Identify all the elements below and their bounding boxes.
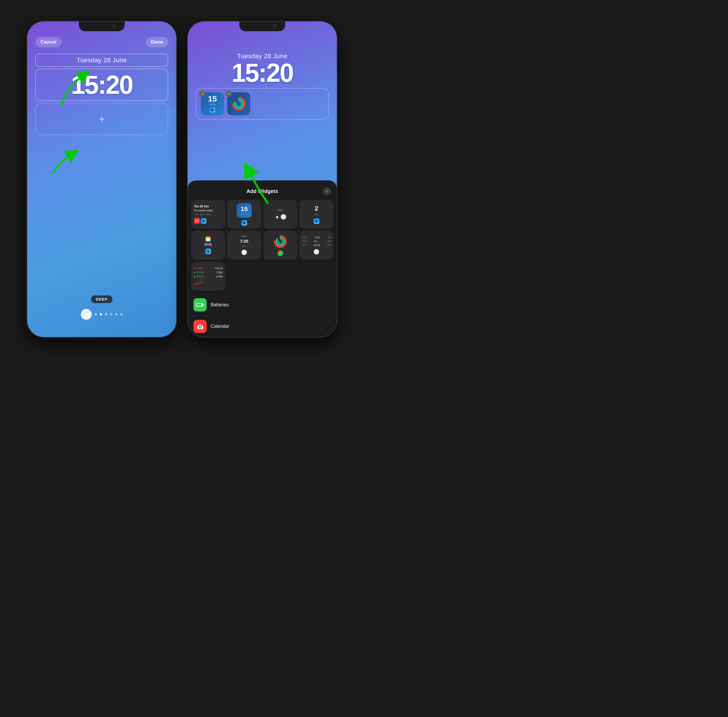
syd-time: 12:20	[314, 244, 320, 247]
cancel-button[interactable]: Cancel	[35, 37, 62, 47]
right-date-label: Tuesday 28 June	[188, 37, 337, 60]
clock-row-syd: SYD 12:20 +9H	[302, 244, 331, 247]
clock-num: 15	[208, 95, 217, 103]
batteries-label: Batteries	[211, 302, 229, 307]
done-button[interactable]: Done	[146, 37, 169, 47]
weather-small: 🌤	[241, 220, 247, 226]
stock-chart	[193, 281, 202, 286]
arrow-to-date	[56, 66, 102, 112]
sunrise-time: 22:01	[204, 243, 212, 246]
activity-widget-container: −	[227, 92, 250, 115]
notch-r	[239, 21, 285, 31]
weather-app-icon-2: 🌤	[201, 218, 206, 224]
left-lock-screen: Cancel Done Tuesday 28 June 15:20 +	[27, 21, 176, 337]
left-screen: Cancel Done Tuesday 28 June 15:20 +	[27, 21, 176, 337]
calendar-label: Calendar	[211, 324, 229, 329]
ftse-row: ▲^FTSE 7,351	[193, 270, 223, 275]
clock-app-icons: 🌤	[210, 107, 215, 113]
close-panel-button[interactable]: ×	[323, 187, 331, 195]
camera	[113, 24, 116, 28]
cup-offset: -8H	[327, 236, 331, 240]
worldclock-cup-widget[interactable]: CUP 7:20 am 🕖	[227, 231, 261, 259]
ftse-price: 7,351	[216, 270, 223, 275]
clock-icon-multi: 🕐	[314, 249, 319, 255]
syd-offset: +9H	[327, 244, 331, 247]
clock-num-display: 15	[241, 205, 248, 213]
dot-4	[110, 313, 112, 316]
wallpaper-name: DEEP	[91, 295, 112, 303]
svg-rect-10	[203, 304, 204, 306]
svg-rect-11	[196, 304, 201, 306]
svg-point-4	[236, 101, 242, 107]
cup-time-2: 7:20	[314, 236, 320, 240]
cup-city: CUP	[302, 236, 307, 240]
stocks-rows: ▼ AAPL 141.42 ▲^FTSE 7,351 ▲^FTAS 4,050	[193, 266, 223, 279]
date-widget[interactable]: Tuesday 28 June	[35, 53, 168, 67]
calendar-date: Tue 28 Jun	[194, 205, 209, 208]
cup-icons: 🕖	[241, 250, 247, 255]
sunrise-widget-card[interactable]: 🌅 22:01 🌤	[191, 231, 225, 259]
tok-time: 11:...	[314, 240, 320, 244]
svg-point-8	[278, 239, 283, 244]
activity-rings-widget-card[interactable]: 🏃	[263, 231, 297, 259]
activity-rings-icon	[231, 96, 247, 111]
clock-widget-container: − 15 10 16 🌤	[201, 92, 224, 115]
right-screen: Tuesday 28 June 15:20 − 15 10 16 🌤	[188, 21, 337, 337]
calendar-list-item[interactable]: 📅 Calendar	[188, 316, 337, 337]
clock-num-widget-card[interactable]: 15 10 16 🌤	[227, 200, 261, 229]
calendar-widget-card[interactable]: Tue 28 Jun No events today Your day is c…	[191, 200, 225, 229]
calendar-app-icons-row: 28 🌤	[194, 218, 206, 224]
alarm-label: OFF	[278, 209, 283, 212]
panel-title: Add Widgets	[201, 188, 323, 194]
tok-offset: +8H	[327, 240, 331, 244]
batteries-icon	[193, 298, 207, 311]
worldclock-multi-widget[interactable]: CUP 7:20 -8H TOK 11:... +8H SYD	[300, 231, 334, 259]
right-time-label: 15:20	[188, 60, 337, 86]
cup-label: CUP	[242, 235, 247, 238]
close-icon: ×	[326, 189, 328, 194]
battery-icon	[196, 302, 204, 307]
clock-sub: 10 16	[209, 103, 216, 106]
add-widgets-panel: Add Widgets × Tue 28 Jun No events today…	[188, 180, 337, 337]
activity-rings-svg	[273, 234, 288, 249]
clock-row-tok: TOK 11:... +8H	[302, 240, 331, 244]
clock-row-cup: CUP 7:20 -8H	[302, 236, 331, 240]
aqi-widget-card[interactable]: 2 AQI 🌤	[300, 200, 334, 229]
calendar-list-icon: 📅	[193, 320, 207, 333]
dot-active	[81, 309, 92, 320]
stocks-widget-card[interactable]: ▼ AAPL 141.42 ▲^FTSE 7,351 ▲^FTAS 4,050	[191, 262, 225, 291]
aapl-row: ▼ AAPL 141.42	[193, 266, 223, 270]
calendar-icon-symbol: 📅	[196, 323, 204, 330]
date-label: Tuesday 28 June	[76, 56, 127, 64]
right-lock-screen: Tuesday 28 June 15:20 − 15 10 16 🌤	[188, 21, 337, 337]
sunrise-icon: 🌅	[205, 236, 211, 242]
tok-city: TOK	[302, 240, 306, 244]
batteries-list-item[interactable]: Batteries	[188, 294, 337, 316]
right-phone: Tuesday 28 June 15:20 − 15 10 16 🌤	[188, 21, 337, 337]
clock-icon-cup: 🕖	[241, 250, 247, 255]
clock-app-icon: ⏰	[274, 214, 280, 220]
clock-sub-display: 10 16	[241, 213, 247, 215]
ftas-price: 4,050	[216, 275, 223, 279]
alarm-widget-card[interactable]: OFF ⏰ 🕛	[263, 200, 297, 229]
cup-time: 7:20	[240, 239, 248, 244]
remove-clock-button[interactable]: −	[199, 91, 206, 97]
left-phone: Cancel Done Tuesday 28 June 15:20 +	[27, 21, 176, 337]
remove-activity-button[interactable]: −	[225, 91, 232, 97]
weather-app-icon: 🌤	[210, 107, 215, 113]
alarm-icons: ⏰ 🕛	[274, 214, 286, 220]
worldclock-rows: CUP 7:20 -8H TOK 11:... +8H SYD	[302, 236, 331, 247]
clock-app-icon-2: 🕛	[280, 214, 286, 220]
page-dots	[81, 309, 123, 320]
left-bottom: DEEP	[27, 295, 176, 320]
time-widget[interactable]: 15:20	[35, 69, 168, 101]
syd-city: SYD	[302, 244, 306, 247]
panel-header: Add Widgets ×	[188, 186, 337, 200]
widgets-grid: Tue 28 Jun No events today Your day is c…	[188, 200, 337, 294]
notch	[79, 21, 125, 31]
dot-5	[115, 313, 117, 316]
ftas-row: ▲^FTAS 4,050	[193, 275, 223, 279]
aapl-ticker: ▼ AAPL	[193, 266, 203, 270]
aapl-price: 141.42	[215, 266, 223, 270]
aqi-label: AQI	[314, 214, 318, 216]
